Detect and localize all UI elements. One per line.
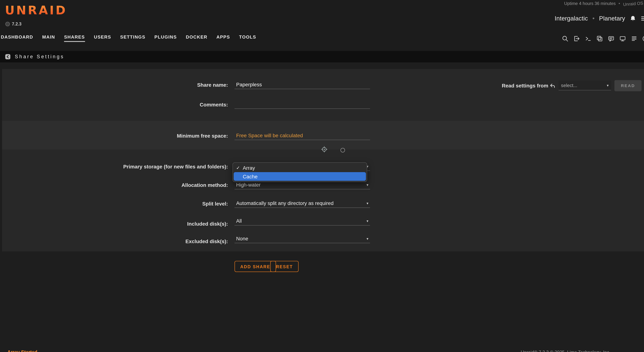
footer-copyright: Unraid® 7.2.3 © 2025, Lime Technology, I… (521, 350, 610, 352)
menu-icon[interactable] (641, 15, 644, 22)
comments-input[interactable] (234, 100, 370, 109)
reset-button[interactable]: RESET (270, 261, 298, 272)
unraid-share-settings-page: UNRAID 7.2.3 Uptime 4 hours 36 minutes •… (0, 0, 644, 352)
read-button[interactable]: READ (614, 80, 642, 91)
primary-storage-dropdown: ✓ Array Cache (232, 162, 367, 182)
primary-storage-label: Primary storage (for new files and folde… (82, 164, 228, 170)
chevron-down-icon: ▾ (367, 236, 368, 240)
circle-marker (340, 148, 345, 152)
read-settings-label: Read settings from (485, 83, 548, 89)
server-name: Intergalactic (555, 15, 588, 22)
share-name-label: Share name: (82, 82, 228, 88)
nav-item-users[interactable]: USERS (94, 34, 111, 41)
main-nav: DASHBOARD MAIN SHARES USERS SETTINGS PLU… (1, 34, 256, 42)
feedback-icon[interactable] (608, 36, 614, 42)
included-disks-select[interactable]: All ▾ (234, 216, 370, 226)
os-ribbon-text: Unraid OS Stor (623, 0, 644, 7)
server-bullet: • (592, 15, 594, 22)
allocation-method-label: Allocation method: (82, 182, 228, 188)
excluded-disks-label: Excluded disk(s): (82, 239, 228, 244)
array-status-link[interactable]: Array Started (8, 350, 37, 352)
checkmark-icon: ✓ (236, 165, 240, 170)
server-identity-row: Intergalactic • Planetary (555, 15, 644, 22)
chevron-down-icon: ▾ (367, 219, 368, 223)
version-label: 7.2.3 (12, 22, 22, 26)
split-level-select[interactable]: Automatically split any directory as req… (234, 199, 370, 208)
split-level-value: Automatically split any directory as req… (236, 200, 334, 206)
version-badge: 7.2.3 (5, 22, 22, 26)
reply-arrow-icon (550, 83, 555, 89)
terminal-icon[interactable] (585, 36, 592, 42)
page-title: Share Settings (15, 54, 64, 60)
share-name-input[interactable] (234, 80, 370, 89)
display-icon[interactable] (619, 36, 626, 42)
nav-item-plugins[interactable]: PLUGINS (154, 34, 177, 41)
excluded-disks-select[interactable]: None ▾ (234, 234, 370, 243)
uptime-row: Uptime 4 hours 36 minutes • Unraid OS St… (564, 1, 644, 6)
dropdown-option-array[interactable]: ✓ Array (234, 164, 366, 172)
comments-label: Comments: (82, 102, 228, 108)
page-title-bar: Share Settings (0, 51, 644, 62)
dropdown-option-cache[interactable]: Cache (234, 172, 366, 181)
bell-icon[interactable] (630, 15, 636, 22)
search-icon[interactable] (562, 36, 568, 42)
read-settings-select-value: select... (561, 83, 577, 88)
dropdown-option-label: Cache (243, 174, 258, 179)
nav-item-shares[interactable]: SHARES (64, 34, 85, 42)
back-icon[interactable] (5, 54, 11, 60)
theme-icon[interactable] (642, 36, 644, 42)
crosshair-cursor (321, 146, 327, 152)
form-section-identity (2, 69, 644, 121)
dropdown-option-label: Array (243, 165, 255, 171)
excluded-disks-value: None (236, 236, 248, 241)
included-disks-value: All (236, 218, 242, 224)
nav-item-tools[interactable]: TOOLS (239, 34, 256, 41)
nav-item-settings[interactable]: SETTINGS (120, 34, 146, 41)
add-share-button[interactable]: ADD SHARE (234, 261, 276, 272)
nav-item-main[interactable]: MAIN (42, 34, 55, 41)
chevron-down-icon: ▾ (367, 183, 368, 187)
min-free-space-label: Minimum free space: (82, 133, 228, 139)
allocation-method-value: High-water (236, 182, 260, 188)
uptime-bullet: • (618, 1, 620, 6)
min-free-space-input[interactable] (234, 131, 370, 140)
chevron-down-icon: ▾ (367, 201, 368, 205)
logout-icon[interactable] (573, 36, 580, 42)
log-icon[interactable] (631, 36, 638, 42)
read-settings-select[interactable]: select... ▾ (558, 80, 611, 90)
nav-item-docker[interactable]: DOCKER (186, 34, 208, 41)
status-dot-icon (5, 22, 10, 26)
server-description: Planetary (599, 15, 625, 22)
nav-item-apps[interactable]: APPS (216, 34, 230, 41)
chevron-down-icon: ▾ (607, 83, 608, 87)
unraid-logo: UNRAID (5, 3, 67, 17)
nav-item-dashboard[interactable]: DASHBOARD (1, 34, 33, 41)
split-level-label: Split level: (82, 201, 228, 206)
uptime-text: Uptime 4 hours 36 minutes (564, 1, 616, 6)
copy-icon[interactable] (596, 36, 603, 42)
included-disks-label: Included disk(s): (82, 221, 228, 227)
toolbar-icons (562, 36, 644, 42)
